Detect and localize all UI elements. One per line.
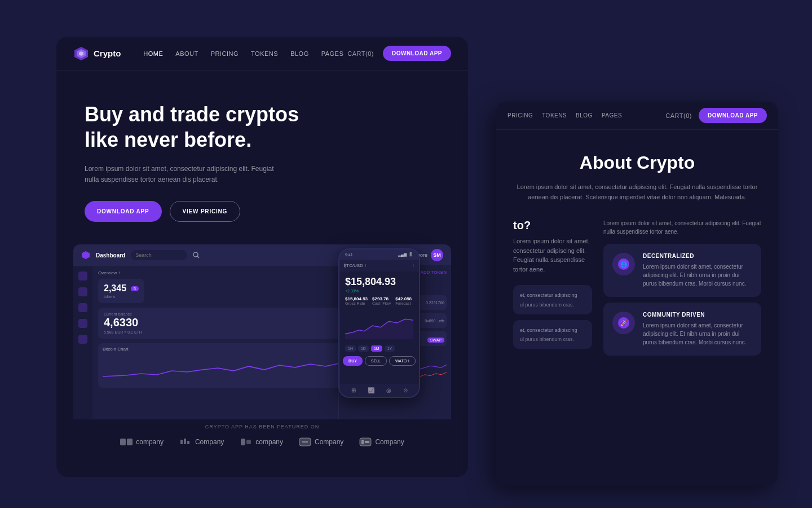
hero-description: Lorem ipsum dolor sit amet, consectetur …: [85, 164, 276, 185]
about-left-card1-sub: ul purus bibendum cras.: [520, 302, 585, 308]
feature-decentralized-title: DECENTRALIZED: [643, 253, 752, 259]
mobile-status-icons: ▂▄▆ 🔋: [398, 252, 413, 257]
sidebar-icon-list[interactable]: [78, 335, 87, 344]
company4-name: Company: [315, 438, 343, 446]
mobile-action-buttons: BUY SELL WATCH: [345, 356, 413, 366]
download-app-hero-button[interactable]: DOWNLOAD APP: [85, 201, 162, 222]
stat-badge: 5: [131, 286, 139, 291]
company-logo-1: company: [120, 437, 164, 446]
mobile-bottom-nav: ⊞ 📈 ◎ ⊙: [339, 384, 419, 397]
feature-community-title: COMMUNITY DRIVEN: [643, 312, 752, 318]
mobile-time: 9:41: [345, 253, 353, 257]
tab-1d[interactable]: 1D: [358, 345, 369, 352]
sidebar-icon-settings[interactable]: [78, 319, 87, 328]
mobile-detail-2: $293.78 Cash Flow: [372, 296, 391, 305]
stat-count-card: 2,345 5 tokens: [98, 279, 144, 303]
mobile-detail-1: $15,804.53 Gross Rate: [345, 296, 368, 305]
mobile-watch-button[interactable]: WATCH: [389, 356, 416, 366]
about-cart-text[interactable]: CART(0): [665, 112, 692, 119]
about-download-button[interactable]: DOWNLOAD APP: [699, 108, 767, 123]
token-val-eth: 0x890...eth: [425, 319, 444, 323]
about-nav-tokens[interactable]: TOKENS: [542, 112, 567, 119]
nav-about[interactable]: ABOUT: [175, 50, 198, 57]
mobile-nav-wallet-icon[interactable]: ◎: [386, 387, 391, 393]
feature-decentralized-text: DECENTRALIZED Lorem ipsum dolor sit amet…: [643, 253, 752, 288]
dashboard-search[interactable]: [131, 250, 187, 260]
decentralized-icon: 🌐: [618, 259, 629, 270]
mobile-nav-home-icon[interactable]: ⊞: [351, 387, 356, 393]
mobile-details: $15,804.53 Gross Rate $293.78 Cash Flow …: [345, 296, 413, 305]
dashboard-title: Dashboard: [96, 252, 125, 259]
mobile-detail1-label: Gross Rate: [345, 301, 368, 305]
navbar: Crypto HOME ABOUT PRICING TOKENS BLOG PA…: [56, 37, 468, 71]
hero-buttons: DOWNLOAD APP VIEW PRICING: [85, 201, 440, 222]
nav-blog[interactable]: BLOG: [290, 50, 309, 57]
company-logo-3: company: [240, 437, 283, 446]
about-who-desc: Lorem ipsum dolor sit amet, consectetur …: [513, 237, 592, 274]
svg-rect-6: [120, 439, 126, 445]
mobile-status-bar: 9:41 ▂▄▆ 🔋: [339, 249, 419, 260]
mobile-chart: [345, 309, 413, 340]
tab-1y[interactable]: 1Y: [385, 345, 395, 352]
company-logo-4: Company: [299, 437, 343, 446]
mobile-detail1-val: $15,804.53: [345, 296, 368, 301]
svg-line-5: [197, 256, 199, 258]
sidebar-icon-chart[interactable]: [78, 287, 87, 296]
logo-icon: [73, 46, 89, 62]
nav-links: HOME ABOUT PRICING TOKENS BLOG PAGES: [143, 50, 347, 57]
feature-community-text: COMMUNITY DRIVEN Lorem ipsum dolor sit a…: [643, 312, 752, 347]
community-icon: 🚀: [618, 317, 629, 329]
svg-rect-10: [187, 441, 189, 444]
about-description: Lorem ipsum dolor sit amet, consectetur …: [513, 182, 761, 202]
mobile-detail2-val: $293.78: [372, 296, 391, 301]
mobile-balance: $15,804.93: [345, 276, 413, 288]
company-logo-2: Company: [179, 437, 224, 446]
svg-rect-7: [127, 439, 133, 445]
company3-icon: [240, 437, 252, 446]
company5-icon: [359, 437, 372, 446]
svg-rect-12: [246, 440, 251, 444]
sidebar-icon-wallet[interactable]: [78, 303, 87, 312]
dashboard-avatar: SM: [431, 249, 443, 261]
mobile-balance-area: $15,804.93 +2.33% $15,804.53 Gross Rate …: [339, 271, 419, 370]
nav-pages[interactable]: PAGES: [321, 50, 344, 57]
mobile-buy-button[interactable]: BUY: [343, 356, 363, 366]
nav-tokens[interactable]: TOKENS: [251, 50, 278, 57]
about-who-title: to?: [513, 219, 592, 232]
mobile-nav-settings-icon[interactable]: ⊙: [403, 387, 408, 393]
cart-text[interactable]: CART(0): [347, 50, 374, 57]
nav-home[interactable]: HOME: [143, 50, 163, 57]
about-nav-pricing[interactable]: PRICING: [508, 112, 533, 119]
community-icon-circle: 🚀: [612, 312, 635, 334]
featured-label: CRYPTO APP HAS BEEN FEATURED ON: [85, 424, 440, 430]
mobile-sell-button[interactable]: SELL: [365, 356, 387, 366]
about-card: PRICING TOKENS BLOG PAGES CART(0) DOWNLO…: [496, 102, 778, 485]
mobile-detail-3: $42.058 Forecast: [395, 296, 412, 305]
mobile-nav-action[interactable]: ↑: [412, 263, 414, 268]
mobile-time-tabs: 1H 1D 1M 1Y: [345, 345, 413, 352]
tab-1h[interactable]: 1H: [345, 345, 356, 352]
mobile-nav-chart-icon[interactable]: 📈: [368, 387, 374, 393]
company-logo-5: Company: [359, 437, 404, 446]
nav-pricing[interactable]: PRICING: [211, 50, 239, 57]
stat-badge-label: tokens: [104, 295, 139, 299]
about-nav-blog[interactable]: BLOG: [576, 112, 593, 119]
svg-rect-16: [361, 440, 364, 444]
about-nav-right: CART(0) DOWNLOAD APP: [665, 108, 767, 123]
download-app-button[interactable]: DOWNLOAD APP: [383, 46, 451, 61]
feature-card-community: 🚀 COMMUNITY DRIVEN Lorem ipsum dolor sit…: [603, 303, 761, 356]
tab-1m[interactable]: 1M: [371, 345, 382, 352]
sidebar-icon-home[interactable]: [78, 271, 87, 281]
add-token-link[interactable]: ADD TOKEN: [421, 270, 447, 275]
logo-area[interactable]: Crypto: [73, 46, 121, 62]
about-nav-pages[interactable]: PAGES: [602, 112, 622, 119]
about-right-desc: Lorem ipsum dolor sit amet, consectetur …: [603, 219, 761, 236]
svg-point-4: [193, 252, 198, 257]
token-swap-badge: SWAP: [427, 334, 444, 344]
feature-decentralized-desc: Lorem ipsum dolor sit amet, consectetur …: [643, 262, 752, 288]
about-right-col: Lorem ipsum dolor sit amet, consectetur …: [603, 219, 761, 356]
company1-icon: [120, 437, 133, 446]
about-navbar: PRICING TOKENS BLOG PAGES CART(0) DOWNLO…: [496, 102, 778, 130]
svg-rect-11: [241, 439, 245, 445]
view-pricing-button[interactable]: VIEW PRICING: [170, 201, 241, 222]
